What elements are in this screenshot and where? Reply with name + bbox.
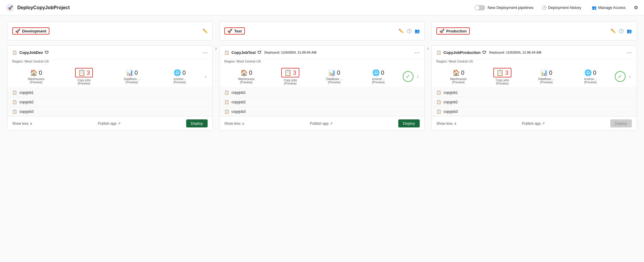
copy-jobs-stat[interactable]: 📋 3 Copy jobs(Preview) [60,68,108,85]
main-content: 🚀 Development ✏️ 📋 CopyJobDev 🛡 [0,15,644,262]
edit-icon[interactable]: ✏️ [203,29,208,33]
deploy-access-icon[interactable]: 👥 [415,29,420,33]
warehouses-stat[interactable]: 🏠 0 Warehouses(Preview) [436,69,480,84]
publish-app-button[interactable]: Publish app ↗ [98,121,121,126]
warehouses-stat[interactable]: 🏠 0 Warehouses(Preview) [12,69,60,84]
warehouses-count: 🏠 0 [452,69,464,76]
app-logo-icon: 🚀 [6,4,14,12]
stat-scroll-arrow[interactable]: › [204,74,208,79]
dataflows-stat[interactable]: 📊 0 Dataflows ...(Preview) [108,69,156,84]
list-item: 📋 copyjob3 [432,107,637,116]
items-list: 📋 copyjob1 📋 copyjob2 📋 copyjob3 [432,88,637,116]
dataflows-label: Dataflows ...(Preview) [124,77,140,84]
item-icon: 📋 [224,100,229,104]
development-stage-name: Development [22,29,46,33]
workspace-more-menu[interactable]: ⋯ [414,49,420,56]
warehouse-icon: 🏠 [452,69,460,76]
dataflows-stat[interactable]: 📊 0 Dataflows ...(Preview) [524,69,568,84]
environments-stat[interactable]: 🌐 0 environ...(Preview) [156,69,204,84]
development-stage-actions: ✏️ [203,29,208,33]
external-link-icon: ↗ [330,121,333,126]
workspace-more-menu[interactable]: ⋯ [202,49,208,56]
publish-app-button[interactable]: Publish app ↗ [310,121,333,126]
new-deployment-pipelines-toggle[interactable]: New Deployment pipelines [475,5,533,10]
item-name: copyjob2 [444,100,458,104]
items-list: 📋 copyjob1 📋 copyjob2 📋 copyjob3 [220,88,424,116]
environments-label: environ...(Preview) [584,77,597,84]
edit-icon[interactable]: ✏️ [611,29,616,33]
show-less-button[interactable]: Show less ∧ [12,121,32,126]
environments-count: 🌐 0 [584,69,596,76]
item-name: copyjob3 [19,110,34,114]
item-name: copyjob2 [231,100,246,104]
right-arrow-icon: › [215,45,217,52]
production-stage-name: Production [446,29,467,33]
production-stage-header: 🚀 Production ✏️ 🕐 👥 [431,21,637,40]
deploy-button[interactable]: Deploy [610,119,632,127]
show-less-button[interactable]: Show less ∧ [224,121,245,126]
settings-icon[interactable]: ⚙ [634,5,638,10]
history-icon[interactable]: 🕐 [407,29,412,33]
item-icon: 📋 [436,90,441,95]
shield-icon: 🛡 [482,50,486,55]
stage-pipeline-icon: 🚀 [439,29,444,33]
test-column: 🚀 Test ✏️ 🕐 👥 📋 CopyJobTest 🛡 [219,21,425,131]
list-item: 📋 copyjob2 [220,97,424,107]
copy-jobs-stat[interactable]: 📋 3 Copy jobs(Preview) [268,68,312,85]
dataflows-count: 📊 0 [540,69,552,76]
history-icon[interactable]: 🕐 [619,29,624,33]
stage-header-left: 🚀 Development [12,27,49,35]
environments-icon: 🌐 [372,69,380,76]
test-stage-badge: 🚀 Test [224,27,245,35]
environments-stat[interactable]: 🌐 0 environ...(Preview) [568,69,612,84]
deploy-button[interactable]: Deploy [186,119,208,127]
item-name: copyjob1 [231,91,246,95]
workspace-header-left: 📋 CopyJobDev 🛡 [12,50,49,55]
toggle-thumb [475,6,479,10]
item-icon: 📋 [436,100,441,104]
environments-count: 🌐 0 [174,69,186,76]
environments-label: environ...(Preview) [173,77,186,84]
header-left: 🚀 DeployCopyJobProject [6,4,70,12]
deployment-history-button[interactable]: 🕐 Deployment history [539,4,584,11]
copy-jobs-label: Copy jobs(Preview) [77,79,91,85]
workspace-more-menu[interactable]: ⋯ [626,49,632,56]
header-right: New Deployment pipelines 🕐 Deployment hi… [475,4,638,11]
app-header: 🚀 DeployCopyJobProject New Deployment pi… [0,0,644,15]
copy-jobs-label: Copy jobs(Preview) [496,79,509,85]
warehouses-stat[interactable]: 🏠 0 Warehouses(Preview) [224,69,268,84]
list-item: 📋 copyjob2 [7,97,212,107]
item-icon: 📋 [12,100,17,104]
environments-count: 🌐 0 [372,69,384,76]
deployed-info: Deployed: 11/5/2024, 11:06:34 AM [489,51,541,54]
warehouses-label: Warehouses(Preview) [238,77,255,84]
stat-scroll-arrow[interactable]: › [416,74,420,79]
shield-icon: 🛡 [45,50,49,55]
production-stage-badge: 🚀 Production [436,27,470,35]
test-workspace-card: 📋 CopyJobTest 🛡 Deployed: 11/5/2024, 11:… [219,45,425,131]
workspace-header-left: 📋 CopyJobTest 🛡 Deployed: 11/5/2024, 11:… [224,50,316,55]
publish-app-button[interactable]: Publish app ↗ [522,121,545,126]
item-name: copyjob2 [19,100,34,104]
stage-pipeline-icon: 🚀 [15,29,20,33]
card-footer: Show less ∧ Publish app ↗ Deploy [432,116,637,130]
stats-row: 🏠 0 Warehouses(Preview) 📋 3 Copy jobs(Pr… [7,66,212,88]
environments-stat[interactable]: 🌐 0 environ...(Preview) [356,69,400,84]
pipelines-container: 🚀 Development ✏️ 📋 CopyJobDev 🛡 [7,21,637,131]
shield-icon: 🛡 [257,50,261,55]
copy-jobs-stat[interactable]: 📋 3 Copy jobs(Preview) [480,68,525,85]
deploy-button[interactable]: Deploy [398,119,420,127]
workspace-header-left: 📋 CopyJobProduction 🛡 Deployed: 11/5/202… [436,50,541,55]
card-footer: Show less ∧ Publish app ↗ Deploy [7,116,212,130]
items-list: 📋 copyjob1 📋 copyjob2 📋 copyjob3 [7,88,212,116]
manage-access-button[interactable]: 👥 Manage Access [589,4,628,11]
list-item: 📋 copyjob2 [432,97,637,107]
stat-scroll-arrow[interactable]: › [628,74,632,79]
dataflows-icon: 📊 [328,69,336,76]
show-less-button[interactable]: Show less ∧ [436,121,457,126]
development-stage-badge: 🚀 Development [12,27,49,35]
list-item: 📋 copyjob3 [220,107,424,116]
edit-icon[interactable]: ✏️ [399,29,404,33]
dataflows-stat[interactable]: 📊 0 Dataflows ...(Preview) [312,69,356,84]
deploy-access-icon[interactable]: 👥 [627,29,632,33]
